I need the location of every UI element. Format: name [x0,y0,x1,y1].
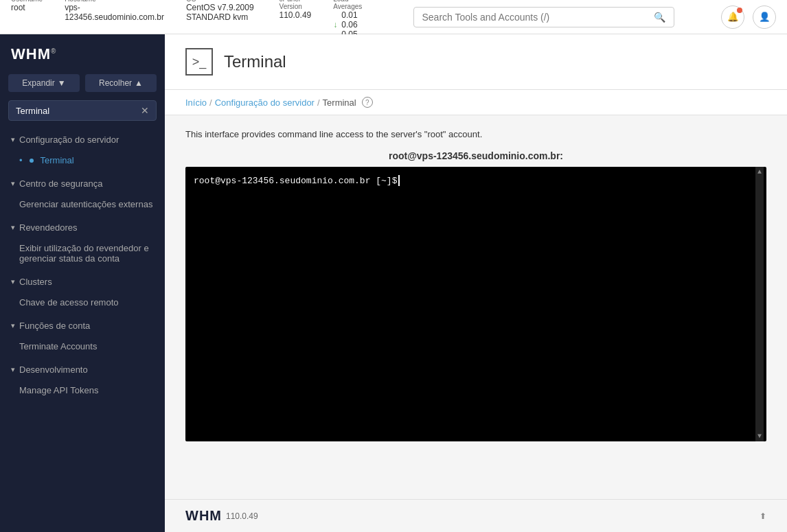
sidebar-item-label-revendedores: Exibir utilização do revendedor e gerenc… [19,243,154,264]
nav-section-header-funcoes[interactable]: ▾ Funções de conta [0,315,165,336]
sidebar-item-label-api: Manage API Tokens [19,385,98,395]
sidebar-item-terminate-accounts[interactable]: Terminate Accounts [0,336,165,356]
nav-section-header-configuracao[interactable]: ▾ Configuração do servidor [0,129,165,150]
collapse-button[interactable]: Recolher ▲ [85,74,157,92]
footer-version: 110.0.49 [226,511,258,521]
username-value: root [11,3,43,12]
nav-section-label-seguranca: Centro de segurança [19,178,102,189]
load-down-icon: ↓ [333,20,337,30]
user-menu-button[interactable]: 👤 [753,5,776,29]
page-icon: >_ [185,48,213,76]
nav-section-revendedores: ▾ Revendedores Exibir utilização do reve… [0,217,165,268]
hostname-value: vps-123456.seudominio.com.br [65,3,164,22]
sidebar-item-label-terminate: Terminate Accounts [19,341,97,351]
breadcrumb-separator-2: / [317,97,320,108]
terminal-prompt-text: root@vps-123456.seudominio.com.br [~]$ [194,176,397,186]
search-icon: 🔍 [654,12,665,23]
meta-cpanel: cPanel Version 110.0.49 [280,0,312,39]
scroll-down-icon[interactable]: ▼ [757,432,762,440]
nav-section-header-desenvolvimento[interactable]: ▾ Desenvolvimento [0,359,165,380]
sidebar-logo: WHM® [0,34,165,74]
meta-os: OS CentOS v7.9.2009 STANDARD kvm [186,0,258,39]
meta-load: Load Averages ↓ 0.01 0.06 0.05 [333,0,366,39]
content-header: >_ Terminal [165,34,787,90]
nav-section-header-clusters[interactable]: ▾ Clusters [0,271,165,292]
page-title: Terminal [224,52,286,71]
sidebar-item-label-chave: Chave de acesso remoto [19,297,119,308]
logo-text: WHM® [11,45,56,63]
meta-hostname: Hostname vps-123456.seudominio.com.br [65,0,164,39]
main-layout: WHM® Expandir ▼ Recolher ▲ ✕ ▾ Configura… [0,34,787,532]
sidebar-item-label-autenticacoes: Gerenciar autenticações externas [19,199,152,209]
notification-button[interactable]: 🔔 [721,5,744,29]
footer-logo: WHM 110.0.49 [185,508,258,524]
chevron-down-icon-clusters: ▾ [11,277,15,286]
sidebar: WHM® Expandir ▼ Recolher ▲ ✕ ▾ Configura… [0,34,165,532]
sidebar-item-label-terminal: Terminal [41,155,74,165]
help-icon[interactable]: ? [362,97,373,108]
nav-section-label-clusters: Clusters [19,277,52,287]
sidebar-search-clear-button[interactable]: ✕ [141,105,149,116]
os-value: CentOS v7.9.2009 STANDARD kvm [186,3,258,22]
terminal-content: root@vps-123456.seudominio.com.br [~]$ [194,175,758,186]
search-container[interactable]: 🔍 [413,7,674,27]
footer: WHM 110.0.49 ⬆ [165,499,787,532]
nav-section-funcoes-conta: ▾ Funções de conta Terminate Accounts [0,315,165,356]
sidebar-search-input[interactable] [16,106,141,116]
chevron-down-icon-dev: ▾ [11,365,15,374]
sidebar-item-gerenciar-autenticacoes[interactable]: Gerenciar autenticações externas [0,194,165,214]
chevron-down-icon: ▾ [11,135,15,144]
nav-section-label-funcoes: Funções de conta [19,321,90,331]
load-label: Load Averages [333,0,366,10]
topbar-actions: 🔔 👤 [721,5,776,29]
terminal-window[interactable]: root@vps-123456.seudominio.com.br [~]$ ▲… [185,167,766,441]
search-area: 🔍 [366,7,721,27]
sidebar-controls: Expandir ▼ Recolher ▲ [0,74,165,100]
terminal-cursor [398,175,400,186]
nav-section-label-desenvolvimento: Desenvolvimento [19,365,88,375]
terminal-title: root@vps-123456.seudominio.com.br: [185,150,766,161]
sidebar-item-terminal[interactable]: Terminal [0,150,165,170]
page-description: This interface provides command line acc… [185,129,766,139]
sidebar-item-manage-api[interactable]: Manage API Tokens [0,380,165,400]
meta-username: Username root [11,0,43,39]
footer-logo-text: WHM [185,508,222,524]
terminal-prompt-line: root@vps-123456.seudominio.com.br [~]$ [194,175,749,186]
breadcrumb-section-link[interactable]: Configuração do servidor [215,97,315,108]
topbar: Username root Hostname vps-123456.seudom… [0,0,787,34]
cpanel-label: cPanel Version [280,0,312,10]
chevron-down-icon-funcoes: ▾ [11,321,15,330]
nav-section-header-revendedores[interactable]: ▾ Revendedores [0,217,165,238]
sidebar-search-box[interactable]: ✕ [8,100,157,121]
sidebar-item-chave-acesso[interactable]: Chave de acesso remoto [0,292,165,312]
nav-section-desenvolvimento: ▾ Desenvolvimento Manage API Tokens [0,359,165,400]
nav-section-seguranca: ▾ Centro de segurança Gerenciar autentic… [0,173,165,214]
server-meta: Username root Hostname vps-123456.seudom… [11,0,366,39]
breadcrumb-current: Terminal [323,97,356,108]
nav-section-label-revendedores: Revendedores [19,222,78,233]
search-input[interactable] [422,12,654,23]
footer-scroll-top-icon[interactable]: ⬆ [760,511,766,521]
sidebar-item-exibir-utilizacao[interactable]: Exibir utilização do revendedor e gerenc… [0,238,165,268]
scroll-up-icon[interactable]: ▲ [757,168,762,176]
nav-section-label-configuracao: Configuração do servidor [19,135,119,145]
breadcrumb: Início / Configuração do servidor / Term… [165,90,787,115]
terminal-scrollbar[interactable]: ▲ ▼ [755,167,764,441]
nav-section-clusters: ▾ Clusters Chave de acesso remoto [0,271,165,312]
chevron-down-icon-seguranca: ▾ [11,179,15,188]
breadcrumb-separator-1: / [209,97,212,108]
nav-section-header-seguranca[interactable]: ▾ Centro de segurança [0,173,165,194]
breadcrumb-home-link[interactable]: Início [185,97,207,108]
chevron-down-icon-revendedores: ▾ [11,223,15,232]
content-body: This interface provides command line acc… [165,115,787,499]
expand-button[interactable]: Expandir ▼ [8,74,80,92]
notification-dot [737,8,742,13]
cpanel-value: 110.0.49 [280,10,312,20]
active-dot-icon [30,159,34,163]
nav-section-configuracao: ▾ Configuração do servidor Terminal [0,129,165,170]
content-area: >_ Terminal Início / Configuração do ser… [165,34,787,532]
